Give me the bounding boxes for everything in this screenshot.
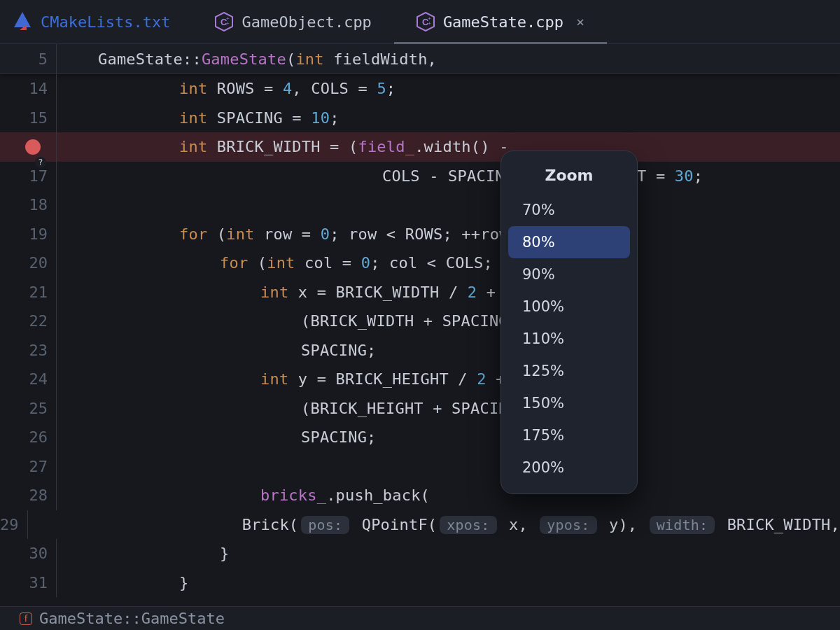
line-number: 5 [0, 50, 56, 68]
cpp-file-icon: C + + [416, 12, 435, 31]
code-text: bricks_.push_back( [98, 486, 430, 504]
tab-label: CMakeLists.txt [41, 13, 170, 31]
inlay-hint: pos: [301, 516, 349, 534]
code-line[interactable]: 14int ROWS = 4, COLS = 5; [0, 74, 840, 104]
code-token: 2 [468, 284, 477, 301]
gutter[interactable]: 14 [0, 80, 56, 97]
code-text: for (int row = 0; row < ROWS; ++row) [98, 225, 518, 243]
gutter[interactable]: 23 [0, 342, 56, 359]
code-token: SPACING = [217, 109, 311, 127]
code-token: SPACING; [301, 342, 377, 359]
code-token: field_ [358, 138, 414, 155]
code-token: int [226, 225, 264, 243]
code-line[interactable]: 24int y = BRICK_HEIGHT / 2 + [0, 365, 840, 394]
gutter[interactable]: 19 [0, 225, 56, 243]
gutter[interactable]: 31 [0, 574, 56, 592]
tab-gameobject-cpp[interactable]: C + + GameObject.cpp [192, 0, 393, 43]
gutter[interactable]: 28 [0, 486, 56, 504]
code-editor[interactable]: 14int ROWS = 4, COLS = 5;15int SPACING =… [0, 74, 840, 597]
sticky-code: GameState::GameState(int fieldWidth, [98, 50, 437, 68]
code-line[interactable]: 27 [0, 452, 840, 482]
code-token: } [179, 574, 188, 592]
code-token: int [179, 138, 217, 155]
code-text: int x = BRICK_WIDTH / 2 + [98, 284, 496, 301]
gutter[interactable]: 24 [0, 370, 56, 388]
code-text: int BRICK_WIDTH = (field_.width() - [98, 138, 518, 155]
code-line[interactable]: 31} [0, 568, 840, 598]
gutter[interactable]: 17 [0, 167, 56, 185]
zoom-option-175[interactable]: 175% [508, 419, 630, 451]
code-line[interactable]: 19for (int row = 0; row < ROWS; ++row) [0, 220, 840, 249]
gutter[interactable]: 22 [0, 312, 56, 330]
tab-cmakelists-txt[interactable]: CMakeLists.txt [0, 0, 192, 43]
code-line[interactable]: 22(BRICK_WIDTH + SPACING) [0, 307, 840, 336]
zoom-option-70[interactable]: 70% [508, 194, 630, 226]
code-token: for [220, 254, 258, 272]
zoom-option-150[interactable]: 150% [508, 387, 630, 419]
gutter[interactable]: 27 [0, 458, 56, 475]
line-number: 29 [0, 516, 19, 533]
code-text: int ROWS = 4, COLS = 5; [98, 80, 396, 97]
code-line[interactable]: 26SPACING; [0, 423, 840, 452]
code-line[interactable]: 17COLS - SPACINGT = 30; [0, 162, 840, 191]
code-line[interactable]: 18 [0, 190, 840, 220]
code-line[interactable]: 25(BRICK_HEIGHT + SPACING) [0, 394, 840, 424]
code-token: fieldWidth, [333, 50, 437, 68]
gutter[interactable]: 25 [0, 400, 56, 417]
gutter[interactable]: 21 [0, 284, 56, 301]
code-token: COLS - SPACING [382, 167, 514, 185]
code-token: .width() - [414, 138, 518, 155]
code-token: x = BRICK_WIDTH / [298, 284, 468, 301]
line-number: 26 [29, 428, 48, 446]
gutter[interactable]: 20 [0, 254, 56, 272]
zoom-option-125[interactable]: 125% [508, 355, 630, 387]
code-line[interactable]: 30} [0, 539, 840, 568]
line-number: 31 [29, 574, 48, 592]
code-token: ; col < COLS; ++ [370, 254, 521, 272]
code-token: int [267, 254, 304, 272]
code-token: QPointF( [352, 516, 437, 533]
code-line[interactable]: 23SPACING; [0, 336, 840, 365]
breakpoint-icon[interactable] [25, 139, 41, 155]
zoom-option-90[interactable]: 90% [508, 258, 630, 290]
svg-text:+: + [226, 20, 230, 27]
zoom-option-110[interactable]: 110% [508, 323, 630, 355]
code-line[interactable]: 28bricks_.push_back( [0, 481, 840, 510]
inlay-hint: ypos: [540, 516, 596, 534]
tab-gamestate-cpp[interactable]: C + + GameState.cpp× [394, 0, 607, 43]
code-token: ; [694, 167, 703, 185]
code-token: 30 [675, 167, 694, 185]
line-number: 18 [29, 196, 48, 214]
code-text: SPACING; [98, 342, 377, 359]
gutter[interactable]: 29 [0, 516, 27, 533]
code-token: for [179, 225, 217, 243]
line-number: 27 [29, 458, 48, 475]
zoom-popup: Zoom 70%80%90%100%110%125%150%175%200% [500, 150, 638, 494]
code-token: ; row < ROWS; ++row) [330, 225, 518, 243]
gutter[interactable]: 15 [0, 109, 56, 127]
zoom-option-80[interactable]: 80% [508, 226, 630, 258]
code-text-tail: T = 30; [637, 167, 703, 185]
code-token: 4 [283, 80, 292, 97]
code-line[interactable]: 15int SPACING = 10; [0, 104, 840, 133]
tab-bar: CMakeLists.txt C + + GameObject.cpp C + … [0, 0, 840, 44]
code-token: :: [183, 50, 202, 68]
gutter[interactable]: 30 [0, 545, 56, 562]
gutter[interactable]: 26 [0, 428, 56, 446]
code-token: y), [600, 516, 647, 533]
code-line[interactable]: ?int BRICK_WIDTH = (field_.width() - [0, 132, 840, 162]
code-line[interactable]: 29Brick(pos: QPointF(xpos: x, ypos: y), … [0, 510, 840, 540]
code-token: ; [330, 109, 339, 127]
tab-label: GameObject.cpp [241, 13, 371, 31]
close-icon[interactable]: × [576, 13, 584, 30]
code-line[interactable]: 21int x = BRICK_WIDTH / 2 + [0, 278, 840, 307]
gutter[interactable]: 18 [0, 196, 56, 214]
line-number: 25 [29, 400, 48, 417]
breadcrumb[interactable]: f GameState::GameState [0, 606, 840, 630]
zoom-option-200[interactable]: 200% [508, 451, 630, 484]
zoom-option-100[interactable]: 100% [508, 290, 630, 323]
code-text: (BRICK_WIDTH + SPACING) [98, 312, 517, 330]
inlay-hint: width: [650, 516, 715, 534]
code-line[interactable]: 20for (int col = 0; col < COLS; ++ [0, 248, 840, 278]
code-token: Brick( [242, 516, 299, 533]
